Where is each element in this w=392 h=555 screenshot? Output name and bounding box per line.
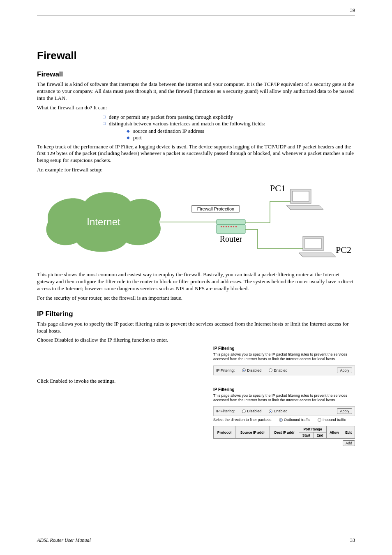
example-lead: An example for firewall setup: (37, 166, 355, 173)
th-src: Source IP addr (235, 426, 270, 439)
section-heading-ipfilter: IP Filtering (37, 310, 355, 318)
th-edit: Edit (342, 426, 355, 439)
svg-rect-6 (231, 226, 232, 227)
ipfilter-body: This page allows you to specify the IP p… (37, 321, 355, 335)
svg-rect-8 (235, 226, 237, 227)
th-end: End (314, 432, 326, 439)
header-rule (37, 16, 355, 16)
svg-rect-13 (305, 238, 321, 249)
direction-label: Select the direction to filter packets: (213, 418, 272, 422)
sub-bullet-srcdst: source and destination IP address (127, 128, 355, 134)
sub-bullet-port: port (127, 134, 355, 141)
radio-disabled-2[interactable]: Disabled (242, 409, 261, 413)
firewall-diagram: Internet Firewall Protection Router (37, 177, 355, 269)
footer-text: ADSL Router User Manual (37, 537, 91, 543)
bullet-distinguish: distinguish between various interfaces a… (103, 120, 355, 141)
ipfilter-disabled-screenshot: IP Filtering This page allows you to spe… (213, 346, 355, 375)
svg-rect-3 (223, 226, 224, 227)
firewall-label-text: Firewall Protection (197, 206, 234, 211)
page-number-bottom: 33 (350, 537, 355, 543)
svg-marker-11 (286, 206, 323, 210)
svg-marker-14 (299, 253, 336, 257)
radio-disabled[interactable]: Disabled (242, 368, 261, 372)
radio-enabled-2[interactable]: Enabled (269, 409, 287, 413)
th-start: Start (299, 432, 314, 439)
svg-rect-4 (226, 226, 227, 227)
security-note: For the security of your router, set the… (37, 295, 355, 302)
pc1-icon (286, 189, 323, 210)
th-dst: Dest IP addr (270, 426, 299, 439)
disabled-choice: Choose Disabled to disallow the IP filte… (37, 337, 355, 344)
th-allow: Allow (326, 426, 342, 439)
log-paragraph: To keep track of the performance of IP F… (37, 143, 355, 164)
pc1-label: PC1 (270, 183, 286, 193)
svg-rect-1 (217, 224, 245, 234)
radio-enabled[interactable]: Enabled (269, 368, 287, 372)
panel-title-2: IP Filtering (213, 387, 355, 392)
pc2-icon (299, 236, 336, 257)
panel-desc-2: This page allows you to specify the IP p… (213, 393, 355, 402)
ipf-label: IP Filtering: (216, 368, 235, 372)
page-number-top: 39 (350, 7, 355, 14)
bullet-deny: deny or permit any packet from passing t… (103, 114, 355, 120)
svg-rect-0 (217, 220, 245, 224)
wire-router-pc1 (245, 201, 291, 223)
th-protocol: Protocol (214, 426, 235, 439)
svg-rect-2 (221, 226, 222, 227)
diagram-explain: This picture shows the most common and e… (37, 271, 355, 292)
page-title: Firewall (37, 49, 355, 62)
internet-label: Internet (87, 216, 120, 227)
wire-router-pc2 (245, 229, 303, 249)
panel-title: IP Filtering (213, 346, 355, 351)
enabled-choice: Click Enabled to invoke the settings. (37, 378, 355, 385)
ipfilter-table: Protocol Source IP addr Dest IP addr Por… (213, 426, 355, 439)
radio-outbound[interactable]: Outbound traffic (279, 418, 310, 422)
add-button[interactable]: Add (343, 440, 355, 446)
section-heading-firewall: Firewall (37, 70, 355, 79)
router-icon (217, 220, 245, 234)
svg-rect-10 (293, 191, 309, 201)
pc2-label: PC2 (336, 245, 351, 255)
intro-paragraph: The firewall is a kind of software that … (37, 81, 355, 102)
panel-desc: This page allows you to specify the IP p… (213, 352, 355, 361)
ipf-label-2: IP Filtering: (216, 409, 235, 413)
svg-rect-7 (233, 226, 234, 227)
svg-rect-5 (228, 226, 229, 227)
apply-button-2[interactable]: Apply (337, 408, 352, 414)
th-port: Port Range (299, 426, 326, 432)
radio-inbound[interactable]: Inbound traffic (318, 418, 346, 422)
square-bullets: deny or permit any packet from passing t… (37, 114, 355, 141)
what-can-do: What the firewall can do? It can: (37, 104, 355, 111)
apply-button[interactable]: Apply (337, 368, 352, 373)
ipfilter-enabled-screenshot: IP Filtering This page allows you to spe… (213, 387, 355, 446)
router-label: Router (220, 234, 242, 243)
